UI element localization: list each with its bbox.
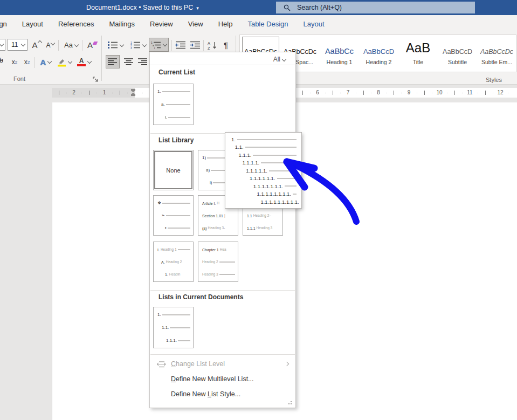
style-gallery-item[interactable]: AaBbCc Heading 1 [321, 37, 358, 70]
font-dialog-launcher-icon[interactable] [93, 77, 99, 82]
ribbon-tab[interactable]: View [181, 15, 211, 33]
ribbon-tab[interactable]: Table Design [240, 15, 295, 33]
chevron-down-icon [163, 42, 167, 46]
divider [150, 65, 295, 65]
ruler-tick [371, 93, 371, 93]
current-document-list-thumbnail[interactable]: 1.1.1.1.1.1. [153, 307, 194, 348]
font-group-label: Font [5, 75, 33, 82]
multilevel-list-button[interactable]: 1ai [149, 38, 169, 52]
list-option-chapter-headings[interactable]: Chapter 1HeaHeading 2Heading 3 [198, 242, 238, 282]
numbering-button[interactable]: 123 [128, 38, 148, 52]
ribbon-tab[interactable]: References [51, 15, 101, 33]
ribbon-tab[interactable]: sign [0, 15, 15, 33]
ruler-tick [340, 93, 341, 93]
list-row: 1.1.1. [157, 339, 190, 343]
multilevel-list-icon: 1ai [151, 41, 161, 49]
ruler-tick [333, 91, 333, 95]
chevron-down-icon [74, 42, 79, 46]
ruler-number: 11 [466, 89, 474, 95]
text-effects-button[interactable]: A [38, 56, 54, 68]
ruler-tick [325, 93, 326, 93]
style-preview: AaBbCcD [439, 37, 476, 57]
highlighter-icon [57, 58, 66, 67]
ribbon-tab[interactable]: Layout [15, 15, 51, 33]
style-gallery-item[interactable]: AaBbCcDc Subtle Em... [478, 37, 515, 70]
sort-z: Z [208, 45, 210, 50]
chevron-down-icon [119, 42, 123, 46]
menu-item[interactable]: Change List Level [150, 356, 295, 371]
title-caret-icon[interactable]: ▾ [196, 5, 199, 11]
indent-markers[interactable] [130, 88, 136, 97]
ruler-number: 12 [496, 89, 505, 95]
shrink-font-button[interactable]: A [44, 38, 56, 52]
style-gallery-item[interactable]: AaBbCcD Subtitle [439, 37, 476, 70]
style-gallery-item[interactable]: AaB Title [399, 37, 437, 70]
ruler-tick [66, 93, 67, 93]
ruler-tick [386, 93, 387, 93]
menu-item-label: Define New List Style... [171, 390, 240, 398]
ribbon-tab[interactable]: Help [211, 15, 240, 33]
style-label: Heading 2 [360, 59, 397, 65]
ruler-number: 10 [435, 89, 444, 95]
style-label: Heading 1 [321, 59, 358, 65]
chevron-down-icon [47, 59, 52, 64]
style-gallery-item[interactable]: AaBbCcD Heading 2 [360, 37, 397, 70]
section-header-list-library: List Library [158, 136, 194, 144]
chevron-right-icon [285, 362, 289, 366]
ribbon-tab[interactable]: Review [142, 15, 181, 33]
list-row: Chapter 1Hea [202, 247, 235, 252]
ruler-tick [417, 93, 417, 93]
list-option-roman-headings[interactable]: I.Heading 1A.Heading 21.Headin [153, 242, 194, 282]
menu-item[interactable]: Define New List Style... [150, 387, 295, 402]
menu-item[interactable]: Define New Multilevel List... [150, 371, 295, 387]
bullet-list-icon [108, 41, 118, 49]
gallery-filter-dropdown[interactable]: All [273, 56, 286, 63]
current-list-thumbnail[interactable]: 1.a.i. [153, 84, 194, 125]
ruler-number: 6 [313, 89, 322, 95]
text-highlight-button[interactable] [55, 56, 73, 68]
increase-indent-icon [190, 41, 201, 49]
ribbon-tabs: signLayoutReferencesMailingsReviewViewHe… [0, 15, 517, 33]
ruler-tick [142, 93, 143, 93]
divider [150, 290, 295, 291]
list-row: ➢ [157, 214, 190, 218]
resize-grip[interactable] [288, 401, 293, 405]
preview-row: 1.1.1.1.1. [231, 168, 297, 174]
list-row: Heading 2 [202, 260, 235, 264]
font-name-combo-partial[interactable] [0, 39, 5, 51]
sort-button[interactable]: A Z [205, 38, 219, 52]
superscript-button[interactable]: x2 [22, 56, 32, 68]
font-size-combo[interactable]: 11 [8, 39, 27, 51]
font-color-bar [77, 64, 86, 66]
ruler-tick [310, 93, 311, 93]
list-row: ▪ [157, 226, 190, 230]
show-hide-marks-button[interactable]: ¶ [220, 38, 232, 52]
change-list-level-icon [157, 360, 166, 368]
list-option-bullets[interactable]: ❖➢▪ [153, 195, 194, 236]
preview-row: 1.1.1.1. [231, 160, 297, 166]
search-box[interactable]: Search (Alt+Q) [276, 2, 475, 13]
align-left-button[interactable] [106, 55, 120, 68]
align-left-icon [108, 58, 118, 65]
ruler-tick [302, 91, 303, 95]
increase-indent-button[interactable] [189, 38, 202, 52]
grow-font-button[interactable]: A [30, 38, 43, 52]
change-case-button[interactable]: Aa [62, 38, 80, 52]
decrease-indent-button[interactable] [174, 38, 187, 52]
subscript-button[interactable]: x2 [9, 56, 20, 68]
list-row: 1.1Heading 2– [247, 214, 280, 218]
clear-formatting-button[interactable]: A [85, 38, 99, 52]
align-right-button[interactable] [136, 55, 150, 68]
ribbon-tab[interactable]: Mailings [101, 15, 142, 33]
strikethrough-button-partial[interactable]: ab [0, 56, 7, 68]
ruler-tick [81, 93, 82, 93]
list-option-none[interactable]: None [153, 150, 194, 190]
divider [171, 40, 172, 51]
font-color-button[interactable]: A [75, 56, 93, 68]
align-center-button[interactable] [122, 55, 136, 68]
list-row: 1.1. [157, 326, 190, 330]
bullets-button[interactable] [106, 38, 125, 52]
ribbon-tab[interactable]: Layout [296, 15, 332, 33]
ruler-tick [478, 93, 478, 93]
menu-item-label: Define New Multilevel List... [171, 375, 254, 383]
